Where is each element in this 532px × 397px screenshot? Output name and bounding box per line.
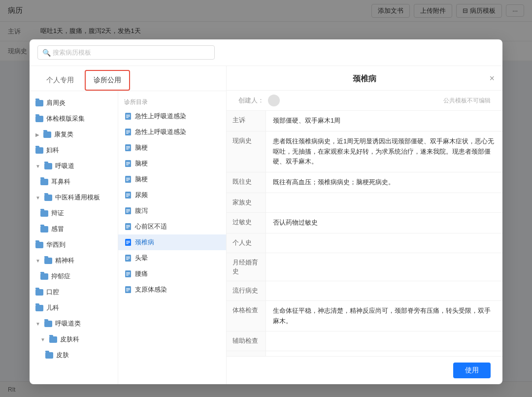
svg-rect-14 bbox=[126, 164, 130, 164]
svg-rect-23 bbox=[126, 196, 129, 197]
folder-icon bbox=[40, 179, 48, 185]
folder-icon bbox=[49, 336, 57, 343]
cat-item-ganmao[interactable]: 感冒 bbox=[30, 221, 118, 237]
detail-row-value: 颈部僵硬、双手麻木1周 bbox=[266, 111, 502, 131]
doc-icon bbox=[124, 223, 132, 231]
detail-row: 个人史 bbox=[227, 233, 502, 253]
folder-icon bbox=[40, 273, 48, 280]
detail-row-label: 流行病史 bbox=[227, 281, 266, 300]
detail-row-value bbox=[266, 281, 502, 300]
svg-rect-29 bbox=[126, 225, 130, 226]
doc-icon bbox=[124, 270, 132, 278]
doc-item-jixing1[interactable]: 急性上呼吸道感染 bbox=[118, 108, 226, 124]
detail-row: 现病史患者既往颈椎病病史，近1周无明显诱因出现颈部僵硬、双手麻木症状，恶心无呕吐… bbox=[227, 132, 502, 172]
doc-item-tou[interactable]: 头晕 bbox=[118, 250, 226, 266]
cat-item-huxi2[interactable]: 华西到 bbox=[30, 237, 118, 253]
cat-item-huxidao[interactable]: ▼ 呼吸道类 bbox=[30, 316, 118, 331]
detail-row-value bbox=[266, 331, 502, 351]
cat-item-kangfu[interactable]: ▶ 康复类 bbox=[30, 127, 118, 142]
svg-rect-26 bbox=[126, 211, 130, 211]
svg-rect-18 bbox=[126, 179, 130, 180]
tab-bar: 个人专用 诊所公用 bbox=[30, 66, 226, 91]
cat-item-yiyuzheng[interactable]: 抑郁症 bbox=[30, 268, 118, 284]
folder-icon bbox=[35, 147, 43, 154]
svg-rect-7 bbox=[126, 133, 129, 133]
creator-row: 创建人： 公共模板不可编辑 bbox=[227, 91, 502, 111]
svg-rect-15 bbox=[126, 165, 129, 165]
folder-icon bbox=[35, 305, 43, 311]
folder-icon bbox=[44, 163, 52, 169]
detail-row-value: 既往有高血压；颈椎病病史；脑梗死病史。 bbox=[266, 172, 502, 193]
svg-rect-43 bbox=[126, 275, 129, 275]
detail-row-value bbox=[266, 233, 502, 253]
detail-row-label: 既往史 bbox=[227, 172, 266, 193]
search-input[interactable] bbox=[37, 45, 215, 60]
detail-row: 诊断神经根型颈椎病 bbox=[227, 351, 502, 356]
svg-rect-21 bbox=[126, 194, 130, 194]
svg-rect-39 bbox=[126, 259, 129, 260]
detail-row-label: 诊断 bbox=[227, 351, 266, 356]
chevron-down-icon: ▼ bbox=[35, 321, 40, 327]
cat-item-erke[interactable]: 儿科 bbox=[30, 300, 118, 316]
cat-item-erbike[interactable]: 耳鼻科 bbox=[30, 174, 118, 190]
cat-item-pifuke[interactable]: ▼ 皮肤科 bbox=[30, 331, 118, 347]
doc-item-yaotong[interactable]: 腰痛 bbox=[118, 266, 226, 282]
cat-item-jianzhou[interactable]: 肩周炎 bbox=[30, 95, 118, 111]
detail-row-label: 家族史 bbox=[227, 193, 266, 212]
doc-item-fuxie[interactable]: 腹泻 bbox=[118, 203, 226, 219]
avatar bbox=[268, 95, 280, 106]
svg-rect-30 bbox=[126, 227, 130, 227]
modal-search-bar: 🔍 bbox=[30, 39, 502, 66]
right-panel: 颈椎病 × 创建人： 公共模板不可编辑 主诉颈部僵硬、双手麻木1周现病史患者既往… bbox=[227, 66, 502, 384]
tab-personal[interactable]: 个人专用 bbox=[37, 70, 83, 91]
close-button[interactable]: × bbox=[489, 74, 495, 83]
svg-rect-35 bbox=[126, 243, 129, 244]
detail-row-value bbox=[266, 253, 502, 281]
doc-item-naogeng1[interactable]: 脑梗 bbox=[118, 140, 226, 156]
cat-item-bianzheng[interactable]: 辩证 bbox=[30, 205, 118, 221]
svg-rect-38 bbox=[126, 258, 130, 259]
svg-rect-1 bbox=[126, 115, 130, 115]
folder-icon bbox=[40, 210, 48, 217]
cat-item-jingshen[interactable]: ▼ 精神科 bbox=[30, 253, 118, 268]
doc-item-zhiyuan[interactable]: 支原体感染 bbox=[118, 282, 226, 298]
doc-item-xinqian[interactable]: 心前区不适 bbox=[118, 219, 226, 234]
detail-footer: 使用 bbox=[227, 356, 502, 384]
doc-item-jingzhui[interactable]: 颈椎病 bbox=[118, 234, 226, 250]
left-list-area: 肩周炎 体检模版采集 ▶ 康复类 妇科 bbox=[30, 91, 226, 384]
modal-body: 个人专用 诊所公用 肩周炎 体检模版采集 bbox=[30, 66, 502, 384]
detail-row-label: 主诉 bbox=[227, 111, 266, 131]
creator-label: 创建人： bbox=[238, 96, 264, 105]
use-button[interactable]: 使用 bbox=[453, 363, 491, 378]
detail-row: 家族史 bbox=[227, 193, 502, 213]
doc-item-naogeng2[interactable]: 脑梗 bbox=[118, 156, 226, 171]
cat-item-kouqiang[interactable]: 口腔 bbox=[30, 284, 118, 300]
doc-icon bbox=[124, 286, 132, 294]
svg-rect-10 bbox=[126, 148, 130, 148]
tab-clinic[interactable]: 诊所公用 bbox=[85, 70, 130, 91]
cat-item-tijian[interactable]: 体检模版采集 bbox=[30, 111, 118, 127]
cat-item-huxi[interactable]: ▼ 呼吸道 bbox=[30, 158, 118, 174]
folder-icon bbox=[35, 116, 43, 122]
svg-rect-33 bbox=[126, 241, 130, 241]
search-wrap: 🔍 bbox=[37, 45, 215, 60]
cat-item-pifu[interactable]: 皮肤 bbox=[30, 347, 118, 363]
folder-icon bbox=[45, 352, 53, 359]
detail-table: 主诉颈部僵硬、双手麻木1周现病史患者既往颈椎病病史，近1周无明显诱因出现颈部僵硬… bbox=[227, 111, 502, 356]
folder-icon bbox=[44, 321, 52, 327]
svg-rect-6 bbox=[126, 132, 130, 132]
cat-item-zhongyi[interactable]: ▼ 中医科通用模板 bbox=[30, 190, 118, 205]
detail-header: 颈椎病 × bbox=[227, 66, 502, 91]
chevron-down-icon: ▼ bbox=[40, 337, 45, 342]
doc-item-naogeng3[interactable]: 脑梗 bbox=[118, 171, 226, 187]
category-column: 肩周炎 体检模版采集 ▶ 康复类 妇科 bbox=[30, 91, 118, 384]
doc-item-niaoping[interactable]: 尿频 bbox=[118, 187, 226, 203]
cat-item-fuke[interactable]: 妇科 bbox=[30, 142, 118, 158]
detail-row-value: 神经根型颈椎病 bbox=[266, 351, 502, 356]
doc-icon bbox=[124, 191, 132, 199]
svg-rect-19 bbox=[126, 180, 129, 181]
detail-row: 体格检查生命体征平稳，神志清楚，精神反应尚可，颈部脊旁有压痛，转头受限，双手麻木… bbox=[227, 301, 502, 332]
template-modal: 🔍 个人专用 诊所公用 肩周炎 bbox=[30, 39, 502, 384]
doc-item-jixing2[interactable]: 急性上呼吸道感染 bbox=[118, 124, 226, 140]
modal-overlay: 🔍 个人专用 诊所公用 肩周炎 bbox=[0, 0, 532, 397]
